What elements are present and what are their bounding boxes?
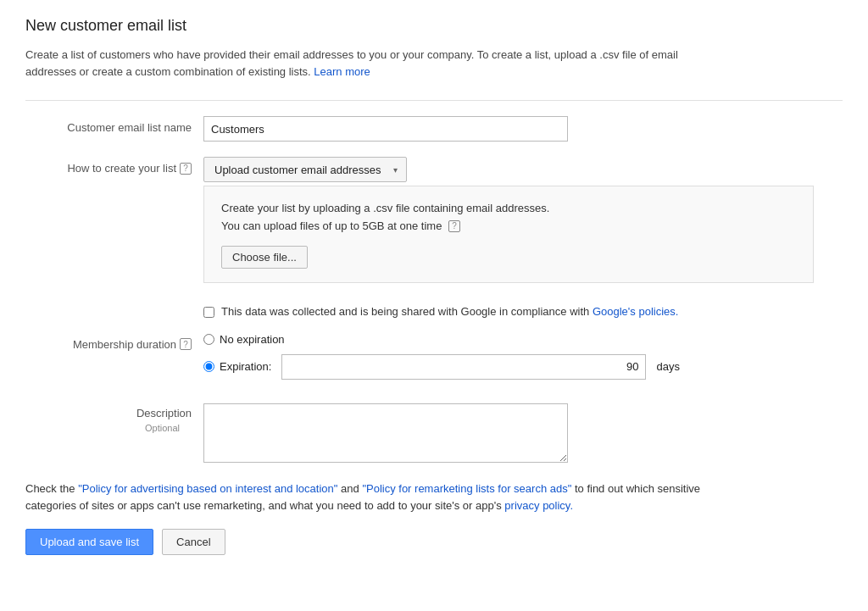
list-name-input[interactable] [203, 116, 568, 142]
divider [25, 100, 843, 101]
expiration-days-input[interactable] [281, 354, 646, 380]
membership-controls: No expiration Expiration: days [203, 333, 680, 388]
list-name-label: Customer email list name [25, 116, 203, 134]
no-expiration-label: No expiration [220, 333, 285, 346]
upload-description-line2: You can upload files of up to 5GB at one… [221, 218, 796, 236]
how-to-create-dropdown[interactable]: Upload customer email addresses ▾ [203, 157, 407, 182]
upload-save-button[interactable]: Upload and save list [25, 529, 153, 555]
description-label-group: Description Optional [25, 403, 203, 433]
policy-remarketing-link[interactable]: "Policy for remarketing lists for search… [362, 482, 571, 495]
dropdown-arrow-icon: ▾ [393, 165, 398, 175]
google-policies-link[interactable]: Google's policies. [593, 305, 678, 318]
actions-row: Upload and save list Cancel [25, 529, 843, 555]
how-to-create-control: Upload customer email addresses ▾ Create… [203, 157, 843, 283]
list-name-control [203, 116, 843, 142]
learn-more-link[interactable]: Learn more [314, 65, 370, 78]
expiration-row: Expiration: days [203, 354, 680, 380]
how-to-create-label: How to create your list ? [25, 157, 203, 175]
policy-interest-location-link[interactable]: "Policy for advertising based on interes… [78, 482, 337, 495]
compliance-text: This data was collected and is being sha… [221, 305, 678, 318]
page-title: New customer email list [25, 17, 843, 35]
intro-text: Create a list of customers who have prov… [25, 47, 721, 80]
compliance-row: This data was collected and is being sha… [203, 298, 814, 325]
membership-duration-label: Membership duration ? [25, 333, 203, 351]
membership-duration-row: Membership duration ? No expiration Expi… [25, 333, 843, 388]
expiration-radio[interactable] [203, 361, 214, 372]
policy-section: Check the "Policy for advertising based … [25, 480, 721, 516]
description-optional: Optional [145, 423, 192, 433]
cancel-button[interactable]: Cancel [162, 529, 225, 555]
upload-description-line1: Create your list by uploading a .csv fil… [221, 200, 796, 218]
description-label: Description [136, 407, 192, 419]
no-expiration-radio[interactable] [203, 334, 214, 345]
description-textarea[interactable] [203, 403, 568, 463]
description-row: Description Optional [25, 403, 843, 465]
compliance-checkbox[interactable] [203, 307, 214, 318]
no-expiration-row: No expiration [203, 333, 680, 346]
file-size-help-icon[interactable]: ? [448, 220, 460, 232]
choose-file-button[interactable]: Choose file... [221, 246, 308, 269]
description-control [203, 403, 843, 465]
list-name-row: Customer email list name [25, 116, 843, 142]
privacy-policy-link[interactable]: privacy policy. [504, 499, 573, 512]
days-label: days [656, 360, 679, 373]
how-to-create-help-icon[interactable]: ? [180, 163, 192, 175]
expiration-label: Expiration: [220, 360, 271, 373]
membership-help-icon[interactable]: ? [180, 338, 192, 350]
upload-box: Create your list by uploading a .csv fil… [203, 186, 814, 283]
how-to-create-row: How to create your list ? Upload custome… [25, 157, 843, 283]
